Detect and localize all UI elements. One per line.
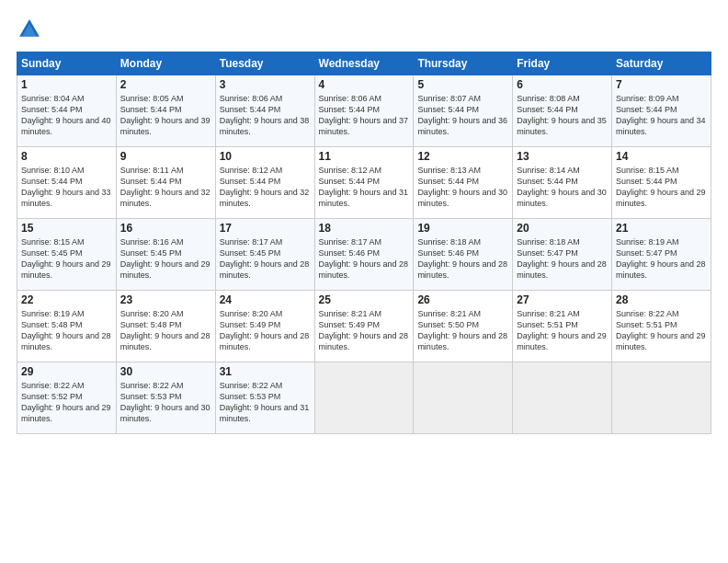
day-number: 9 <box>120 150 211 163</box>
day-number: 14 <box>616 150 707 163</box>
week-row-4: 22Sunrise: 8:19 AMSunset: 5:48 PMDayligh… <box>17 291 711 362</box>
day-info: Sunrise: 8:10 AMSunset: 5:44 PMDaylight:… <box>21 165 112 210</box>
day-info: Sunrise: 8:17 AMSunset: 5:46 PMDaylight:… <box>319 236 410 282</box>
day-cell: 31Sunrise: 8:22 AMSunset: 5:53 PMDayligh… <box>215 362 314 434</box>
day-number: 30 <box>120 365 211 378</box>
page: SundayMondayTuesdayWednesdayThursdayFrid… <box>0 0 728 563</box>
day-info: Sunrise: 8:06 AMSunset: 5:44 PMDaylight:… <box>319 93 410 138</box>
day-info: Sunrise: 8:20 AMSunset: 5:49 PMDaylight:… <box>220 308 311 353</box>
day-cell: 25Sunrise: 8:21 AMSunset: 5:49 PMDayligh… <box>314 291 414 362</box>
day-cell: 16Sunrise: 8:16 AMSunset: 5:45 PMDayligh… <box>116 219 215 291</box>
day-cell <box>612 362 711 434</box>
day-number: 20 <box>517 222 608 235</box>
day-info: Sunrise: 8:14 AMSunset: 5:44 PMDaylight:… <box>517 165 608 210</box>
day-number: 16 <box>120 222 211 235</box>
day-number: 1 <box>21 78 112 91</box>
day-info: Sunrise: 8:11 AMSunset: 5:44 PMDaylight:… <box>120 165 211 210</box>
week-row-5: 29Sunrise: 8:22 AMSunset: 5:52 PMDayligh… <box>17 362 711 434</box>
day-cell: 18Sunrise: 8:17 AMSunset: 5:46 PMDayligh… <box>314 219 414 291</box>
day-cell: 2Sunrise: 8:05 AMSunset: 5:44 PMDaylight… <box>116 75 215 147</box>
day-number: 13 <box>517 150 608 163</box>
day-cell: 27Sunrise: 8:21 AMSunset: 5:51 PMDayligh… <box>513 291 612 362</box>
day-cell: 20Sunrise: 8:18 AMSunset: 5:47 PMDayligh… <box>513 219 612 291</box>
col-header-saturday: Saturday <box>612 52 711 75</box>
day-info: Sunrise: 8:18 AMSunset: 5:46 PMDaylight:… <box>417 236 508 282</box>
day-number: 26 <box>417 293 508 306</box>
col-header-friday: Friday <box>513 52 612 75</box>
day-cell: 26Sunrise: 8:21 AMSunset: 5:50 PMDayligh… <box>414 291 513 362</box>
day-cell: 6Sunrise: 8:08 AMSunset: 5:44 PMDaylight… <box>513 75 612 147</box>
day-cell: 9Sunrise: 8:11 AMSunset: 5:44 PMDaylight… <box>116 147 215 219</box>
day-info: Sunrise: 8:22 AMSunset: 5:52 PMDaylight:… <box>21 380 112 425</box>
day-cell <box>414 362 513 434</box>
day-number: 31 <box>220 365 311 378</box>
day-number: 27 <box>517 293 608 306</box>
day-info: Sunrise: 8:22 AMSunset: 5:53 PMDaylight:… <box>120 380 211 425</box>
day-number: 7 <box>616 78 707 91</box>
day-number: 5 <box>417 78 508 91</box>
day-info: Sunrise: 8:21 AMSunset: 5:49 PMDaylight:… <box>319 308 410 353</box>
day-cell: 7Sunrise: 8:09 AMSunset: 5:44 PMDaylight… <box>612 75 711 147</box>
day-info: Sunrise: 8:05 AMSunset: 5:44 PMDaylight:… <box>120 93 211 138</box>
day-cell: 5Sunrise: 8:07 AMSunset: 5:44 PMDaylight… <box>414 75 513 147</box>
logo <box>17 17 50 42</box>
day-cell: 14Sunrise: 8:15 AMSunset: 5:44 PMDayligh… <box>612 147 711 219</box>
day-cell: 4Sunrise: 8:06 AMSunset: 5:44 PMDaylight… <box>314 75 414 147</box>
day-number: 6 <box>517 78 608 91</box>
header-row: SundayMondayTuesdayWednesdayThursdayFrid… <box>17 52 711 75</box>
day-info: Sunrise: 8:09 AMSunset: 5:44 PMDaylight:… <box>616 93 707 138</box>
day-number: 17 <box>220 222 311 235</box>
day-number: 23 <box>120 293 211 306</box>
day-info: Sunrise: 8:12 AMSunset: 5:44 PMDaylight:… <box>220 165 311 210</box>
day-number: 8 <box>21 150 112 163</box>
day-cell: 22Sunrise: 8:19 AMSunset: 5:48 PMDayligh… <box>17 291 117 362</box>
day-number: 3 <box>220 78 311 91</box>
day-info: Sunrise: 8:21 AMSunset: 5:50 PMDaylight:… <box>417 308 508 353</box>
day-info: Sunrise: 8:18 AMSunset: 5:47 PMDaylight:… <box>517 236 608 282</box>
day-cell <box>513 362 612 434</box>
day-cell: 3Sunrise: 8:06 AMSunset: 5:44 PMDaylight… <box>215 75 314 147</box>
header <box>17 17 711 42</box>
day-number: 11 <box>319 150 410 163</box>
day-cell: 30Sunrise: 8:22 AMSunset: 5:53 PMDayligh… <box>116 362 215 434</box>
day-number: 10 <box>220 150 311 163</box>
day-number: 4 <box>319 78 410 91</box>
col-header-wednesday: Wednesday <box>314 52 414 75</box>
day-number: 21 <box>616 222 707 235</box>
day-info: Sunrise: 8:16 AMSunset: 5:45 PMDaylight:… <box>120 236 211 282</box>
day-cell: 11Sunrise: 8:12 AMSunset: 5:44 PMDayligh… <box>314 147 414 219</box>
day-info: Sunrise: 8:15 AMSunset: 5:45 PMDaylight:… <box>21 236 112 282</box>
day-cell: 24Sunrise: 8:20 AMSunset: 5:49 PMDayligh… <box>215 291 314 362</box>
day-cell: 28Sunrise: 8:22 AMSunset: 5:51 PMDayligh… <box>612 291 711 362</box>
col-header-tuesday: Tuesday <box>215 52 314 75</box>
week-row-2: 8Sunrise: 8:10 AMSunset: 5:44 PMDaylight… <box>17 147 711 219</box>
day-info: Sunrise: 8:06 AMSunset: 5:44 PMDaylight:… <box>220 93 311 138</box>
logo-icon <box>17 17 42 42</box>
day-info: Sunrise: 8:04 AMSunset: 5:44 PMDaylight:… <box>21 93 112 138</box>
week-row-3: 15Sunrise: 8:15 AMSunset: 5:45 PMDayligh… <box>17 219 711 291</box>
col-header-thursday: Thursday <box>414 52 513 75</box>
day-cell: 8Sunrise: 8:10 AMSunset: 5:44 PMDaylight… <box>17 147 117 219</box>
day-info: Sunrise: 8:13 AMSunset: 5:44 PMDaylight:… <box>417 165 508 210</box>
day-number: 2 <box>120 78 211 91</box>
day-cell: 12Sunrise: 8:13 AMSunset: 5:44 PMDayligh… <box>414 147 513 219</box>
day-cell: 29Sunrise: 8:22 AMSunset: 5:52 PMDayligh… <box>17 362 117 434</box>
day-number: 15 <box>21 222 112 235</box>
day-cell: 19Sunrise: 8:18 AMSunset: 5:46 PMDayligh… <box>414 219 513 291</box>
day-number: 24 <box>220 293 311 306</box>
day-cell: 21Sunrise: 8:19 AMSunset: 5:47 PMDayligh… <box>612 219 711 291</box>
day-number: 22 <box>21 293 112 306</box>
day-info: Sunrise: 8:17 AMSunset: 5:45 PMDaylight:… <box>220 236 311 282</box>
day-number: 19 <box>417 222 508 235</box>
day-cell: 17Sunrise: 8:17 AMSunset: 5:45 PMDayligh… <box>215 219 314 291</box>
day-info: Sunrise: 8:12 AMSunset: 5:44 PMDaylight:… <box>319 165 410 210</box>
day-number: 25 <box>319 293 410 306</box>
day-info: Sunrise: 8:20 AMSunset: 5:48 PMDaylight:… <box>120 308 211 353</box>
day-info: Sunrise: 8:22 AMSunset: 5:51 PMDaylight:… <box>616 308 707 353</box>
day-cell: 13Sunrise: 8:14 AMSunset: 5:44 PMDayligh… <box>513 147 612 219</box>
day-info: Sunrise: 8:15 AMSunset: 5:44 PMDaylight:… <box>616 165 707 210</box>
day-info: Sunrise: 8:21 AMSunset: 5:51 PMDaylight:… <box>517 308 608 353</box>
day-cell: 1Sunrise: 8:04 AMSunset: 5:44 PMDaylight… <box>17 75 117 147</box>
day-info: Sunrise: 8:22 AMSunset: 5:53 PMDaylight:… <box>220 380 311 425</box>
day-info: Sunrise: 8:08 AMSunset: 5:44 PMDaylight:… <box>517 93 608 138</box>
